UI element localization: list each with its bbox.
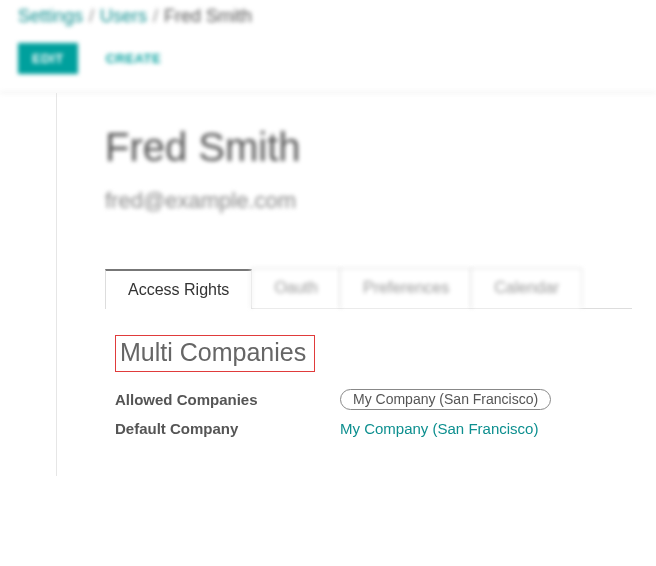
allowed-companies-value[interactable]: My Company (San Francisco) <box>340 389 551 410</box>
default-company-label: Default Company <box>115 420 340 437</box>
tab-oauth[interactable]: Oauth <box>251 268 341 308</box>
breadcrumb-current: Fred Smith <box>164 6 252 27</box>
section-multi-companies-title: Multi Companies <box>115 335 315 372</box>
field-default-company: Default Company My Company (San Francisc… <box>115 415 622 442</box>
breadcrumb: Settings / Users / Fred Smith <box>18 6 638 27</box>
tab-preferences[interactable]: Preferences <box>340 268 472 308</box>
breadcrumb-separator: / <box>89 6 94 27</box>
company-tag[interactable]: My Company (San Francisco) <box>340 389 551 410</box>
user-name: Fred Smith <box>105 125 632 170</box>
user-email: fred@example.com <box>105 188 632 214</box>
edit-button[interactable]: EDIT <box>18 43 78 74</box>
breadcrumb-root[interactable]: Settings <box>18 6 83 27</box>
tab-calendar[interactable]: Calendar <box>471 268 582 308</box>
tab-content-access-rights: Multi Companies Allowed Companies My Com… <box>105 309 632 452</box>
user-header: Fred Smith fred@example.com <box>105 125 632 214</box>
page-header: Settings / Users / Fred Smith EDIT CREAT… <box>0 0 656 93</box>
tab-access-rights[interactable]: Access Rights <box>105 269 252 309</box>
action-buttons: EDIT CREATE <box>18 43 638 74</box>
field-allowed-companies: Allowed Companies My Company (San Franci… <box>115 384 622 415</box>
create-button[interactable]: CREATE <box>100 50 167 67</box>
tab-bar: Access Rights Oauth Preferences Calendar <box>105 268 632 309</box>
breadcrumb-section[interactable]: Users <box>100 6 147 27</box>
breadcrumb-separator: / <box>153 6 158 27</box>
form-sheet: Fred Smith fred@example.com Access Right… <box>56 93 656 476</box>
allowed-companies-label: Allowed Companies <box>115 391 340 408</box>
default-company-value[interactable]: My Company (San Francisco) <box>340 420 538 437</box>
